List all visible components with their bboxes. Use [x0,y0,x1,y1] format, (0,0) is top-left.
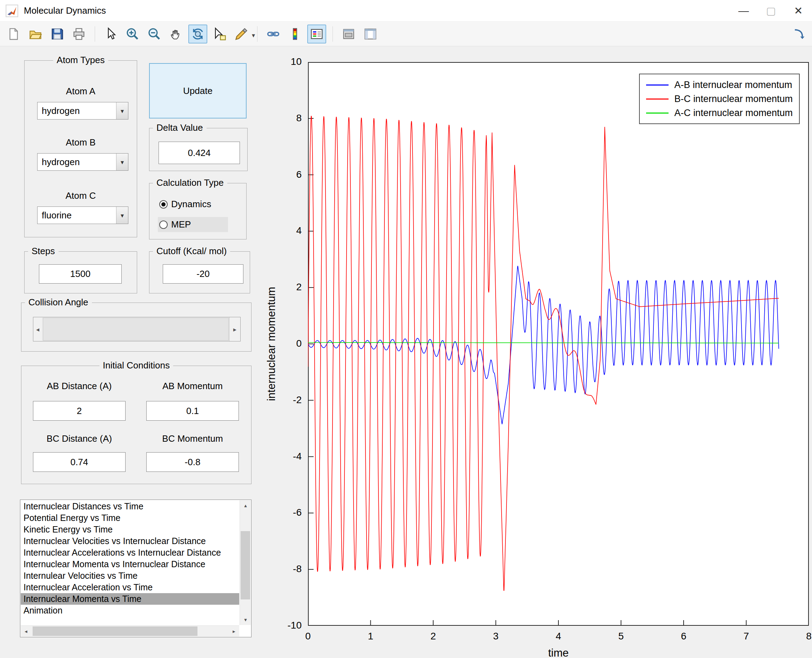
show-plot-tools-icon[interactable] [361,25,380,44]
brush-dropdown-caret-icon[interactable]: ▾ [252,31,255,39]
atom-a-value: hydrogen [42,102,80,119]
atom-b-value: hydrogen [42,154,80,170]
pan-icon[interactable] [166,25,185,44]
bc-distance-label: BC Distance (A) [33,433,126,444]
horizontal-scroll-thumb[interactable] [33,627,198,636]
atom-a-dropdown[interactable]: hydrogen ▾ [37,102,128,119]
edit-plot-icon[interactable] [101,25,120,44]
atom-types-panel: Atom Types Atom A hydrogen ▾ Atom B hydr… [24,60,137,237]
slider-thumb[interactable] [43,318,229,341]
zoom-out-icon[interactable] [145,25,164,44]
zoom-in-icon[interactable] [123,25,142,44]
list-item[interactable]: Internuclear Distances vs Time [21,501,239,512]
radio-label: Dynamics [171,199,211,210]
x-tick-label: 3 [482,631,510,642]
ab-distance-field[interactable] [33,401,126,421]
hide-plot-tools-icon[interactable] [339,25,358,44]
radio-icon[interactable] [159,221,168,229]
list-item[interactable]: Internuclear Accelerations vs Internucle… [21,547,239,558]
new-figure-icon[interactable] [4,25,23,44]
legend-label: A-B internuclear momentum [674,80,792,91]
ab-momentum-field[interactable] [146,401,239,421]
radio-icon[interactable] [159,200,168,208]
y-tick-label: 6 [273,169,302,180]
steps-field[interactable] [39,264,122,284]
vertical-scroll-thumb[interactable] [240,531,250,600]
plot-region: time internuclear momentum A-B internucl… [308,62,809,626]
list-item[interactable]: Kinetic Energy vs Time [21,524,239,535]
horizontal-scrollbar[interactable]: ◂ ▸ [21,625,239,637]
x-tick-label: 1 [357,631,385,642]
scroll-down-icon[interactable]: ▾ [240,614,251,625]
chevron-down-icon[interactable]: ▾ [116,154,128,170]
insert-colorbar-icon[interactable] [286,25,305,44]
list-item[interactable]: Internuclear Momenta vs Internuclear Dis… [21,558,239,570]
toolbar-separator [333,26,333,42]
close-button[interactable]: ✕ [785,0,812,21]
x-tick-label: 0 [294,631,322,642]
minimize-button[interactable]: — [730,0,757,21]
insert-legend-icon[interactable] [307,25,326,44]
y-tick-label: -4 [273,451,302,462]
x-tick-label: 7 [732,631,760,642]
collision-angle-slider[interactable]: ◂ ▸ [33,317,240,342]
slider-right-arrow-icon[interactable]: ▸ [229,317,240,341]
plot-legend[interactable]: A-B internuclear momentumB-C internuclea… [639,74,800,124]
x-tick-label: 2 [419,631,447,642]
plot-type-listbox[interactable]: Internuclear Distances vs TimePotential … [20,500,251,637]
legend-line-sample [646,99,669,100]
scroll-right-icon[interactable]: ▸ [229,626,239,637]
legend-entry: A-C internuclear momentum [646,106,793,120]
plot-type-list: Internuclear Distances vs TimePotential … [21,501,239,625]
legend-line-sample [646,85,669,86]
print-figure-icon[interactable] [69,25,88,44]
save-figure-icon[interactable] [48,25,67,44]
legend-entry: B-C internuclear momentum [646,92,793,106]
x-tick-label: 8 [795,631,812,642]
data-cursor-icon[interactable] [210,25,229,44]
y-tick-label: 4 [273,225,302,236]
cutoff-field[interactable] [163,264,243,284]
chevron-down-icon[interactable]: ▾ [116,102,128,119]
brush-data-icon[interactable]: ▾ [232,25,251,44]
list-item[interactable]: Internuclear Momenta vs Time [21,593,239,605]
y-tick-label: 10 [273,56,302,67]
x-tick-label: 4 [544,631,572,642]
legend-label: A-C internuclear momentum [674,108,793,119]
legend-line-sample [646,113,669,114]
figure-toolbar: ▾ [0,22,812,46]
series-line-0 [308,266,779,425]
bc-momentum-field[interactable] [146,452,239,472]
atom-c-dropdown[interactable]: fluorine ▾ [37,207,128,224]
radio-option-mep[interactable]: MEP [158,217,228,232]
dock-figure-icon[interactable] [790,25,809,44]
rotate-3d-icon[interactable] [188,25,207,44]
atom-c-value: fluorine [42,207,72,224]
list-item[interactable]: Internulear Velocities vs Time [21,570,239,581]
link-plot-icon[interactable] [264,25,283,44]
delta-value-title: Delta Value [153,122,207,133]
toolbar-separator [95,26,95,42]
maximize-button[interactable]: ▢ [757,0,785,21]
chevron-down-icon[interactable]: ▾ [116,207,128,224]
list-item[interactable]: Animation [21,605,239,616]
cutoff-panel: Cutoff (Kcal/ mol) [149,251,250,293]
slider-left-arrow-icon[interactable]: ◂ [33,317,42,341]
atom-b-dropdown[interactable]: hydrogen ▾ [37,153,128,171]
delta-value-field[interactable] [159,142,240,164]
y-tick-label: 2 [273,282,302,293]
x-axis-label: time [548,647,569,658]
scroll-left-icon[interactable]: ◂ [21,626,31,637]
open-file-icon[interactable] [26,25,45,44]
y-tick-label: -10 [273,620,302,631]
radio-option-dynamics[interactable]: Dynamics [159,199,211,210]
list-item[interactable]: Potential Energy vs Time [21,512,239,524]
bc-distance-field[interactable] [33,452,126,472]
title-bar: Molecular Dynamics — ▢ ✕ [0,0,812,22]
update-button[interactable]: Update [149,63,247,119]
list-item[interactable]: Internuclear Velocities vs Internuclear … [21,535,239,547]
vertical-scrollbar[interactable]: ▴ ▾ [240,500,251,625]
list-item[interactable]: Internuclear Acceleration vs Time [21,581,239,593]
radio-label: MEP [171,219,191,230]
scroll-up-icon[interactable]: ▴ [240,500,251,511]
